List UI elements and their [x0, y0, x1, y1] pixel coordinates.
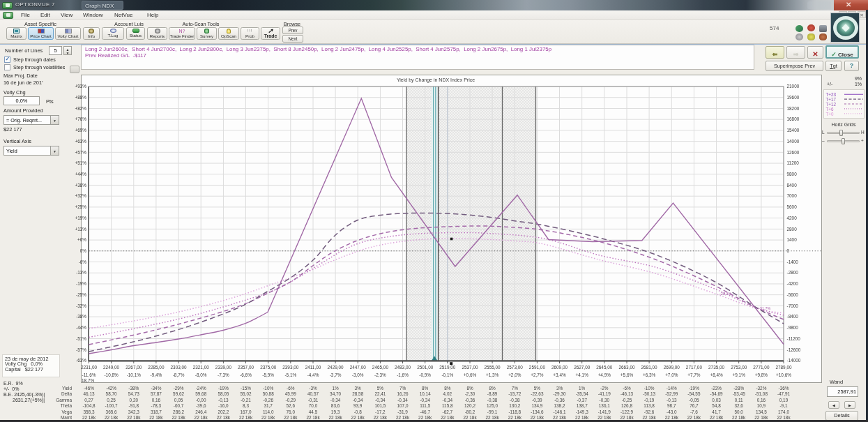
svg-text:-29,30: -29,30 — [553, 391, 566, 396]
svg-text:-24%: -24% — [196, 386, 206, 391]
svg-text:-54,69: -54,69 — [710, 391, 724, 396]
svg-text:1%: 1% — [332, 386, 339, 391]
svg-text:-0,39: -0,39 — [532, 398, 542, 402]
svg-text:114,0: 114,0 — [263, 409, 274, 414]
svg-text:59,68: 59,68 — [195, 391, 206, 396]
svg-text:-46,7: -46,7 — [420, 409, 430, 414]
svg-text:-141,9: -141,9 — [598, 409, 611, 414]
svg-text:-53,45: -53,45 — [733, 391, 746, 396]
svg-text:113,8: 113,8 — [644, 403, 655, 408]
svg-text:-0,19: -0,19 — [644, 398, 655, 402]
svg-text:134,9: 134,9 — [531, 403, 542, 408]
svg-text:-80,2: -80,2 — [465, 409, 475, 414]
svg-text:-134,6: -134,6 — [531, 409, 544, 414]
svg-text:-6%: -6% — [287, 386, 295, 391]
svg-text:-31,9: -31,9 — [397, 409, 408, 414]
svg-text:1%: 1% — [579, 386, 586, 391]
svg-text:10,14: 10,14 — [420, 391, 431, 396]
svg-text:76,0: 76,0 — [287, 409, 296, 414]
svg-text:-36%: -36% — [779, 386, 789, 391]
svg-text:8,3: 8,3 — [243, 403, 249, 408]
svg-text:-0,34: -0,34 — [330, 398, 341, 402]
svg-text:-8,89: -8,89 — [487, 391, 498, 396]
svg-text:10,9: 10,9 — [757, 403, 766, 408]
svg-text:-0,13: -0,13 — [667, 398, 677, 402]
svg-text:5%: 5% — [377, 386, 384, 391]
svg-text:-0,25: -0,25 — [622, 398, 632, 402]
svg-text:130,2: 130,2 — [509, 403, 520, 408]
svg-text:138,7: 138,7 — [577, 403, 588, 408]
svg-text:-42%: -42% — [106, 386, 116, 391]
svg-text:-7,6: -7,6 — [690, 409, 698, 414]
svg-text:-62,7: -62,7 — [443, 409, 453, 414]
svg-text:8%: 8% — [422, 386, 429, 391]
svg-text:0,19: 0,19 — [779, 398, 789, 402]
svg-text:246,4: 246,4 — [195, 409, 206, 414]
svg-text:-10%: -10% — [263, 386, 273, 391]
svg-text:-0,34: -0,34 — [353, 398, 363, 402]
svg-text:19,3: 19,3 — [331, 409, 340, 414]
svg-text:-2,30: -2,30 — [465, 391, 475, 396]
svg-text:107,0: 107,0 — [397, 403, 409, 408]
svg-text:-146,1: -146,1 — [553, 409, 566, 414]
svg-text:-3%: -3% — [309, 386, 317, 391]
svg-text:-0,21: -0,21 — [241, 398, 251, 402]
svg-text:0,16: 0,16 — [757, 398, 766, 402]
svg-text:-38%: -38% — [128, 386, 139, 391]
svg-text:-46%: -46% — [84, 386, 94, 391]
svg-text:167,0: 167,0 — [241, 409, 252, 414]
svg-text:-104,8: -104,8 — [82, 403, 96, 408]
svg-text:-10%: -10% — [644, 386, 655, 391]
svg-text:-9,1: -9,1 — [779, 403, 787, 408]
svg-text:55,02: 55,02 — [241, 391, 252, 396]
svg-text:0,03: 0,03 — [712, 398, 721, 402]
svg-text:59,62: 59,62 — [173, 391, 184, 396]
svg-text:-34%: -34% — [151, 386, 161, 391]
svg-text:136,1: 136,1 — [599, 403, 610, 408]
svg-text:115,8: 115,8 — [442, 403, 453, 408]
svg-text:-99,1: -99,1 — [487, 409, 498, 414]
svg-text:50,88: 50,88 — [263, 391, 274, 396]
svg-text:134,5: 134,5 — [756, 409, 767, 414]
svg-text:-0,34: -0,34 — [443, 398, 453, 402]
svg-text:-0,38: -0,38 — [510, 398, 520, 402]
svg-text:-14%: -14% — [667, 386, 677, 391]
svg-text:32,6: 32,6 — [734, 403, 743, 408]
svg-text:-29%: -29% — [174, 386, 184, 391]
svg-text:0,11: 0,11 — [735, 398, 743, 402]
svg-text:-51,08: -51,08 — [755, 391, 768, 396]
svg-text:-54,55: -54,55 — [687, 391, 701, 396]
svg-text:70,0: 70,0 — [309, 403, 318, 408]
svg-text:-0,8: -0,8 — [354, 409, 362, 414]
svg-text:-0,37: -0,37 — [577, 398, 587, 402]
svg-text:286,2: 286,2 — [173, 409, 184, 414]
svg-text:101,5: 101,5 — [374, 403, 386, 408]
svg-text:-22,63: -22,63 — [531, 391, 544, 396]
svg-text:8%: 8% — [489, 386, 496, 391]
svg-text:52,6: 52,6 — [287, 403, 296, 408]
svg-text:16,26: 16,26 — [397, 391, 409, 396]
svg-text:-0,34: -0,34 — [420, 398, 430, 402]
svg-text:-118,8: -118,8 — [508, 409, 521, 414]
svg-text:-2%: -2% — [600, 386, 609, 391]
svg-text:44,5: 44,5 — [309, 409, 318, 414]
svg-text:126,8: 126,8 — [621, 403, 632, 408]
svg-text:-60,7: -60,7 — [174, 403, 184, 408]
svg-text:-92,6: -92,6 — [644, 409, 655, 414]
svg-text:-0,38: -0,38 — [487, 398, 498, 402]
svg-text:120,2: 120,2 — [464, 403, 475, 408]
svg-text:50,0: 50,0 — [734, 409, 743, 414]
svg-text:-28%: -28% — [733, 386, 744, 391]
svg-text:-41,19: -41,19 — [598, 391, 611, 396]
svg-text:-0,34: -0,34 — [375, 398, 386, 402]
svg-text:40,57: 40,57 — [307, 391, 319, 396]
svg-text:98,7: 98,7 — [667, 403, 676, 408]
svg-text:-50,13: -50,13 — [643, 391, 656, 396]
svg-text:28,58: 28,58 — [352, 391, 363, 396]
svg-text:-17,2: -17,2 — [375, 409, 386, 414]
svg-text:125,0: 125,0 — [487, 403, 498, 408]
svg-text:-47,91: -47,91 — [777, 391, 791, 396]
svg-text:46,13: 46,13 — [84, 391, 95, 396]
svg-text:41,7: 41,7 — [712, 409, 721, 414]
svg-text:202,2: 202,2 — [218, 409, 229, 414]
